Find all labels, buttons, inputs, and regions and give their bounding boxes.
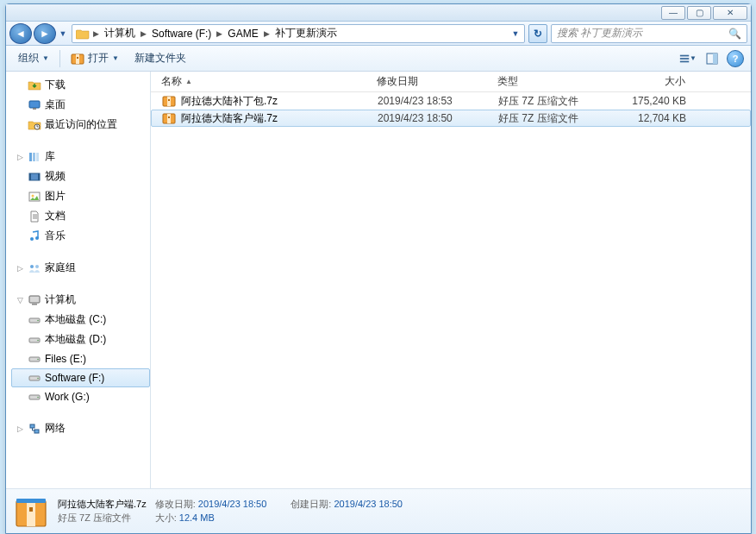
chevron-down-icon: ▼ (112, 54, 119, 62)
video-icon (28, 170, 41, 184)
svg-point-18 (32, 194, 34, 197)
sidebar-item-drive-e[interactable]: Files (E:) (11, 349, 150, 368)
svg-rect-45 (29, 507, 33, 512)
svg-rect-36 (34, 430, 39, 433)
column-size[interactable]: 大小 (604, 74, 690, 89)
sidebar-item-drive-d[interactable]: 本地磁盘 (D:) (11, 330, 150, 349)
sidebar-item-label: 图片 (45, 189, 66, 204)
file-row[interactable]: 阿拉德大陆客户端.7z 2019/4/23 18:50 好压 7Z 压缩文件 1… (151, 110, 751, 127)
sort-asc-icon: ▲ (185, 78, 192, 85)
back-button[interactable]: ◄ (9, 23, 32, 44)
separator (59, 50, 60, 67)
breadcrumb-software[interactable]: Software (F:) (150, 25, 213, 42)
archive-icon (71, 52, 84, 66)
column-date[interactable]: 修改日期 (372, 74, 492, 89)
svg-rect-41 (167, 114, 171, 123)
sidebar-item-video[interactable]: 视频 (11, 166, 150, 186)
details-filetype: 好压 7Z 压缩文件 (58, 512, 147, 525)
sidebar-item-pictures[interactable]: 图片 (11, 186, 150, 206)
breadcrumb-computer[interactable]: 计算机 (103, 25, 137, 42)
svg-rect-1 (76, 54, 79, 64)
sidebar-section-libraries[interactable]: ▷ 库 (11, 147, 150, 166)
svg-point-32 (37, 378, 39, 380)
breadcrumb-current[interactable]: 补丁更新演示 (273, 25, 339, 42)
sidebar-item-music[interactable]: 音乐 (11, 226, 150, 246)
close-button[interactable]: ✕ (713, 6, 747, 20)
download-icon (28, 79, 41, 92)
expand-icon[interactable]: ▷ (16, 424, 24, 433)
minimize-button[interactable]: — (661, 6, 685, 20)
open-button[interactable]: 打开▼ (66, 48, 124, 68)
address-bar[interactable]: ▶ 计算机 ▶ Software (F:) ▶ GAME ▶ 补丁更新演示 ▼ (72, 24, 525, 43)
sidebar-section-homegroup[interactable]: ▷ 家庭组 (11, 258, 150, 278)
svg-rect-38 (167, 97, 171, 106)
expand-icon[interactable]: ▷ (16, 153, 24, 161)
svg-rect-9 (33, 108, 36, 110)
svg-rect-12 (33, 153, 35, 161)
svg-point-22 (35, 265, 39, 268)
sidebar-item-recent[interactable]: 最近访问的位置 (11, 115, 150, 135)
sidebar-section-network[interactable]: ▷ 网络 (11, 418, 150, 438)
chevron-right-icon[interactable]: ▶ (262, 29, 272, 38)
main-area: 下载 桌面 最近访问的位置 ▷ 库 视频 图片 (6, 72, 751, 488)
homegroup-icon (28, 261, 41, 275)
collapse-icon[interactable]: ▽ (16, 296, 24, 305)
sidebar-section-computer[interactable]: ▽ 计算机 (11, 290, 150, 310)
organize-button[interactable]: 组织▼ (13, 48, 54, 68)
svg-rect-35 (30, 424, 34, 428)
svg-point-21 (30, 265, 34, 268)
explorer-window: — ▢ ✕ ◄ ► ▼ ▶ 计算机 ▶ Software (F:) ▶ GAME… (5, 3, 752, 534)
svg-rect-5 (680, 60, 689, 62)
column-name[interactable]: 名称▲ (156, 74, 372, 89)
search-input[interactable]: 搜索 补丁更新演示 🔍 (551, 24, 747, 43)
nav-history: ◄ ► ▼ (9, 23, 68, 44)
chevron-right-icon[interactable]: ▶ (215, 29, 224, 38)
library-icon (28, 150, 41, 164)
drive-icon (28, 313, 41, 327)
archive-icon (13, 493, 49, 530)
maximize-button[interactable]: ▢ (687, 6, 711, 20)
sidebar-item-drive-c[interactable]: 本地磁盘 (C:) (11, 310, 150, 330)
svg-point-28 (37, 339, 39, 341)
command-bar: 组织▼ 打开▼ 新建文件夹 ▼ ? (6, 46, 751, 72)
file-row[interactable]: 阿拉德大陆补丁包.7z 2019/4/23 18:53 好压 7Z 压缩文件 1… (151, 92, 751, 110)
column-headers: 名称▲ 修改日期 类型 大小 (151, 72, 751, 92)
svg-rect-11 (29, 153, 32, 161)
navigation-tree[interactable]: 下载 桌面 最近访问的位置 ▷ 库 视频 图片 (6, 72, 151, 488)
address-dropdown-icon[interactable]: ▼ (510, 29, 521, 38)
help-button[interactable]: ? (727, 50, 744, 67)
file-name: 阿拉德大陆补丁包.7z (181, 94, 278, 109)
svg-rect-15 (29, 173, 31, 180)
expand-icon[interactable]: ▷ (16, 264, 24, 273)
archive-icon (162, 111, 176, 125)
sidebar-item-drive-f[interactable]: Software (F:) (11, 368, 150, 387)
sidebar-item-desktop[interactable]: 桌面 (11, 95, 150, 115)
view-options-button[interactable]: ▼ (678, 49, 697, 68)
network-icon (28, 422, 41, 436)
breadcrumb-game[interactable]: GAME (226, 25, 259, 42)
file-rows[interactable]: 阿拉德大陆补丁包.7z 2019/4/23 18:53 好压 7Z 压缩文件 1… (151, 92, 751, 488)
sidebar-item-downloads[interactable]: 下载 (11, 75, 150, 95)
chevron-right-icon[interactable]: ▶ (139, 29, 148, 38)
new-folder-button[interactable]: 新建文件夹 (129, 48, 191, 68)
svg-point-26 (37, 319, 39, 321)
refresh-button[interactable]: ↻ (528, 24, 547, 43)
history-dropdown-icon[interactable]: ▼ (58, 29, 68, 38)
svg-rect-16 (38, 173, 40, 180)
sidebar-item-drive-g[interactable]: Work (G:) (11, 387, 150, 406)
drive-icon (28, 371, 41, 385)
details-created: 创建日期: 2019/4/23 18:50 (291, 498, 403, 511)
document-icon (28, 210, 41, 223)
sidebar-item-label: Software (F:) (45, 372, 104, 384)
column-type[interactable]: 类型 (492, 74, 604, 89)
chevron-right-icon[interactable]: ▶ (91, 29, 101, 38)
svg-rect-44 (27, 500, 35, 526)
drive-icon (28, 352, 41, 366)
svg-rect-42 (168, 116, 170, 118)
forward-button[interactable]: ► (34, 23, 56, 44)
svg-rect-46 (16, 499, 46, 503)
sidebar-item-documents[interactable]: 文档 (11, 206, 150, 226)
svg-rect-7 (713, 53, 717, 64)
sidebar-item-label: 下载 (45, 78, 66, 92)
preview-pane-button[interactable] (703, 49, 722, 68)
